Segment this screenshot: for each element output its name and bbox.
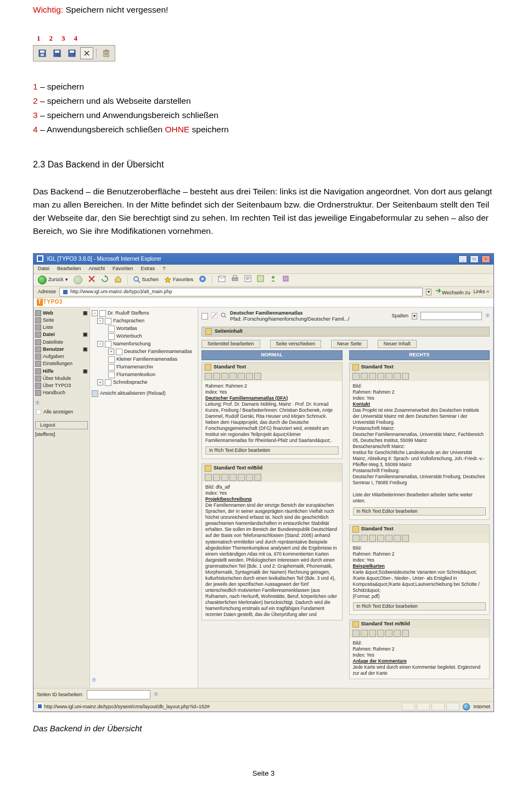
column-normal: NORMAL Standard Text Rahmen: Rahmen 2 In…	[201, 350, 343, 684]
page-id-input[interactable]	[87, 690, 150, 699]
menu-help[interactable]: ?	[162, 266, 165, 272]
menu-file[interactable]: Datei	[38, 266, 49, 272]
important-note: Wichtig: Speichern nicht vergessen!	[33, 3, 494, 16]
tree-item[interactable]: Kleiner Familiennamenatlas	[116, 356, 177, 362]
svg-rect-4	[55, 51, 59, 53]
rte-button[interactable]: In Rich Text Editor bearbeiten	[353, 602, 486, 611]
textpic-icon	[205, 465, 211, 472]
print-icon[interactable]	[231, 275, 239, 284]
btn-new-content[interactable]: Neuer Inhalt	[378, 340, 417, 348]
address-bar[interactable]: Adresse http://www.igl.uni-mainz.de/typo…	[33, 287, 494, 298]
maximize-icon[interactable]: ▭	[470, 255, 479, 263]
backend-screenshot: IGL [TYPO3 3.8.0] - Microsoft Internet E…	[33, 253, 494, 713]
window-close-icon[interactable]: ×	[481, 255, 490, 263]
section-heading: 2.3 Das Backend in der Übersicht	[33, 158, 494, 172]
svg-rect-1	[40, 51, 44, 53]
file-icon	[35, 332, 41, 338]
view-page-icon[interactable]	[221, 312, 227, 320]
page-icon	[201, 313, 208, 320]
minimize-icon[interactable]: _	[458, 255, 467, 263]
home-icon[interactable]	[114, 275, 122, 284]
favorites-button[interactable]: Favorites	[164, 276, 193, 283]
tree-root[interactable]: −Dr. Rudolf Steffens	[92, 310, 196, 317]
media-icon[interactable]	[199, 275, 206, 284]
internet-zone-icon	[463, 703, 470, 710]
edit-page-icon[interactable]	[211, 312, 217, 320]
address-dropdown-icon[interactable]: ▾	[426, 289, 431, 295]
tree-item[interactable]: Schreibsprache	[113, 379, 148, 385]
columns-label: Spalten	[391, 313, 408, 319]
status-url: http://www.igl.uni-mainz.de/typo3/sysext…	[44, 704, 210, 709]
tree-item[interactable]: Fachsprachen	[113, 318, 144, 324]
save-view-icon	[51, 47, 64, 59]
edit-icon[interactable]	[244, 275, 251, 284]
window-title: IGL [TYPO3 3.8.0] - Microsoft Internet E…	[37, 255, 161, 263]
tool-icon-b[interactable]	[282, 275, 289, 284]
svg-rect-31	[38, 704, 42, 708]
sidebar-item-einstellungen[interactable]: Einstellungen	[35, 361, 88, 367]
logout-button[interactable]: Logout	[35, 421, 88, 429]
back-button[interactable]: Zurück ▾	[38, 276, 68, 284]
svg-rect-8	[70, 51, 74, 53]
rte-button[interactable]: In Rich Text Editor bearbeiten	[205, 446, 339, 455]
stop-icon[interactable]	[88, 275, 96, 284]
sidebar-item-aufgaben[interactable]: Aufgaben	[35, 354, 88, 360]
sidebar-item-typo3[interactable]: Über TYPO3	[35, 383, 88, 389]
columns-dropdown-icon[interactable]: ▾	[412, 313, 417, 320]
important-label: Wichtig:	[33, 5, 63, 14]
tree-item[interactable]: Namenforschung	[113, 341, 151, 347]
delete-icon	[99, 47, 113, 59]
window-titlebar: IGL [TYPO3 3.8.0] - Microsoft Internet E…	[33, 254, 494, 265]
page-id-editor[interactable]: Seiten ID bearbeiten: ⑦	[33, 688, 494, 701]
sidebar-item-modules[interactable]: Über Module	[35, 376, 88, 382]
svg-point-28	[221, 313, 225, 317]
menu-favs[interactable]: Favoriten	[113, 266, 133, 272]
sidebar-item-liste[interactable]: Liste	[35, 324, 88, 331]
sidebar-item-handbuch[interactable]: Handbuch	[35, 390, 88, 396]
mail-icon[interactable]	[218, 276, 226, 284]
close-icon	[80, 47, 93, 59]
rte-button[interactable]: In Rich Text Editor bearbeiten	[353, 507, 486, 516]
show-all-checkbox[interactable]: Alle anzeigen	[35, 408, 88, 416]
search-input[interactable]	[421, 312, 482, 320]
menu-edit[interactable]: Bearbeiten	[57, 266, 81, 272]
statusbar: http://www.igl.uni-mainz.de/typo3/sysext…	[33, 701, 494, 712]
tree-reload[interactable]: Ansicht aktualisieren (Reload)	[92, 390, 196, 397]
btn-move-page[interactable]: Seite verschieben	[270, 340, 322, 348]
reload-icon	[92, 390, 98, 397]
refresh-icon[interactable]	[101, 275, 109, 284]
section-body: Das Backend – die Benutzeroberfläche – b…	[33, 185, 494, 238]
address-input[interactable]: http://www.igl.uni-mainz.de/typo3/alt_ma…	[59, 288, 423, 296]
save-toolbar-figure: 1234	[33, 33, 115, 61]
menubar[interactable]: Datei Bearbeiten Ansicht Favoriten Extra…	[33, 265, 494, 274]
tree-item[interactable]: Flurnamenarchiv	[116, 364, 153, 370]
links-button[interactable]: Links »	[473, 289, 489, 295]
current-user: [steffens]	[35, 432, 88, 438]
nav-sidebar: Web ▣ Seite Liste Datei ▣ Dateiliste Ben…	[33, 307, 90, 688]
search-button[interactable]: Suchen	[133, 276, 159, 283]
menu-extras[interactable]: Extras	[141, 266, 155, 272]
btn-new-page[interactable]: Neue Seite	[331, 340, 368, 348]
tree-item[interactable]: Wörterbuch	[116, 333, 142, 339]
web-icon	[35, 310, 41, 316]
btn-edit-title[interactable]: Seitentitel bearbeiten	[201, 340, 260, 348]
sidebar-item-seite[interactable]: Seite	[35, 317, 88, 323]
tool-icon[interactable]	[205, 373, 212, 380]
svg-line-29	[225, 316, 226, 318]
content-area: Deutscher FamiliennamenatlasPfad: /Forsc…	[198, 307, 494, 688]
sidebar-item-dateiliste[interactable]: Dateiliste	[35, 339, 88, 345]
menu-view[interactable]: Ansicht	[89, 266, 105, 272]
save-icon	[36, 47, 49, 59]
figure-caption: Das Backend in der Übersicht	[33, 722, 494, 735]
tree-item[interactable]: Wortatlas	[116, 326, 137, 332]
svg-point-17	[201, 278, 204, 280]
messenger-icon[interactable]	[270, 275, 277, 284]
card-toolbar[interactable]	[202, 372, 342, 381]
window-controls[interactable]: _ ▭ ×	[457, 255, 490, 263]
go-button[interactable]: Wechseln zu	[435, 287, 470, 296]
tree-item[interactable]: Deutscher Familiennamenatlas	[124, 349, 192, 355]
forward-button[interactable]	[74, 276, 82, 284]
browser-toolbar[interactable]: Zurück ▾ Suchen Favorites	[33, 274, 494, 287]
tree-item[interactable]: Flurnamenlexikon	[116, 372, 155, 378]
tool-icon-a[interactable]	[257, 275, 264, 284]
